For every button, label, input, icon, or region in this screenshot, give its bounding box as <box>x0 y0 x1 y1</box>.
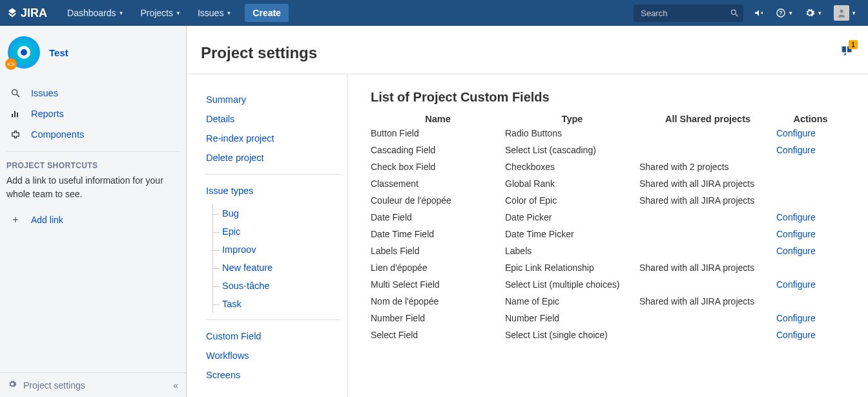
sidebar-item-label: Components <box>31 129 84 140</box>
nav-dashboards-label: Dashboards <box>67 8 116 18</box>
col-shared: All Shared projects <box>639 114 776 125</box>
issue-types-tree: BugEpicImproovNew featureSous-tâcheTask <box>212 204 340 313</box>
configure-link[interactable]: Configure <box>776 212 816 222</box>
collapse-sidebar-icon[interactable]: « <box>173 380 178 391</box>
create-button[interactable]: Create <box>245 4 289 22</box>
field-name: Classement <box>371 175 505 192</box>
col-actions: Actions <box>776 114 845 125</box>
field-name: Check box Field <box>371 158 505 175</box>
configure-link[interactable]: Configure <box>776 128 816 138</box>
settings-workflows[interactable]: Workflows <box>206 346 340 365</box>
settings-issue-types[interactable]: Issue types <box>206 181 340 200</box>
field-type: Epic Link Relationship <box>505 259 639 276</box>
issue-type-item[interactable]: Sous-tâche <box>213 277 340 295</box>
svg-line-1 <box>736 14 738 16</box>
field-type: Radio Buttons <box>505 125 639 142</box>
settings-summary[interactable]: Summary <box>206 90 340 109</box>
svg-point-5 <box>12 90 17 95</box>
project-type-badge: <> <box>5 58 17 70</box>
notification-badge: 1 <box>849 40 858 49</box>
field-type: Select List (cascading) <box>505 142 639 158</box>
configure-link[interactable]: Configure <box>776 330 816 340</box>
issue-type-item[interactable]: Epic <box>213 222 340 241</box>
field-type: Select List (single choice) <box>505 327 639 343</box>
settings-nav: Summary Details Re-index project Delete … <box>187 74 347 397</box>
settings-screens[interactable]: Screens <box>206 365 340 385</box>
sidebar-item-label: Issues <box>31 88 58 98</box>
field-type: Global Rank <box>505 175 639 192</box>
field-type: Select List (multiple choices) <box>505 276 639 293</box>
table-row: Labels FieldLabelsConfigure <box>371 242 845 259</box>
user-avatar[interactable]: ▼ <box>834 5 856 21</box>
custom-fields-table: Name Type All Shared projects Actions Bu… <box>371 114 845 343</box>
field-action: Configure <box>776 142 845 158</box>
field-shared <box>639 209 776 226</box>
settings-delete[interactable]: Delete project <box>206 148 340 167</box>
project-settings-link[interactable]: Project settings <box>8 380 85 391</box>
field-shared: Shared with 2 projects <box>639 158 776 175</box>
issue-type-item[interactable]: Improov <box>213 241 340 259</box>
configure-link[interactable]: Configure <box>776 229 816 239</box>
table-row: Date Time FieldDate Time PickerConfigure <box>371 226 845 242</box>
issue-type-item[interactable]: Bug <box>213 204 340 222</box>
feedback-icon[interactable]: 1 <box>840 44 854 60</box>
col-name: Name <box>371 114 505 125</box>
add-link-label: Add link <box>31 215 63 225</box>
issue-type-item[interactable]: Task <box>213 295 340 313</box>
configure-link[interactable]: Configure <box>776 145 816 155</box>
nav-projects[interactable]: Projects▼ <box>132 0 189 26</box>
search-input[interactable] <box>634 5 743 22</box>
field-action: Configure <box>776 310 845 327</box>
settings-custom-field[interactable]: Custom Field <box>206 327 340 346</box>
field-name: Number Field <box>371 310 505 327</box>
nav-projects-label: Projects <box>140 8 173 18</box>
configure-link[interactable]: Configure <box>776 246 816 256</box>
sidebar-item-components[interactable]: Components <box>6 124 180 145</box>
field-action: Configure <box>776 209 845 226</box>
settings-reindex[interactable]: Re-index project <box>206 129 340 148</box>
feedback-megaphone-icon[interactable] <box>754 8 764 18</box>
field-action <box>776 259 845 276</box>
page-title: Project settings <box>201 44 317 62</box>
settings-details[interactable]: Details <box>206 109 340 129</box>
nav-dashboards[interactable]: Dashboards▼ <box>59 0 132 26</box>
jira-logo[interactable]: JIRA <box>6 6 47 20</box>
configure-link[interactable]: Configure <box>776 313 816 323</box>
col-type: Type <box>505 114 639 125</box>
field-action: Configure <box>776 125 845 142</box>
top-nav: JIRA Dashboards▼ Projects▼ Issues▼ Creat… <box>0 0 868 26</box>
field-name: Select Field <box>371 327 505 343</box>
configure-link[interactable]: Configure <box>776 279 816 290</box>
nav-issues-label: Issues <box>198 8 223 18</box>
field-shared: Shared with all JIRA projects <box>639 175 776 192</box>
caret-down-icon: ▼ <box>176 10 181 16</box>
field-name: Button Field <box>371 125 505 142</box>
project-header[interactable]: <> Test <box>6 36 180 69</box>
field-name: Couleur de l'épopée <box>371 192 505 209</box>
nav-links: Dashboards▼ Projects▼ Issues▼ Create <box>59 0 289 26</box>
table-row: Lien d'épopéeEpic Link RelationshipShare… <box>371 259 845 276</box>
project-sidebar: <> Test Issues Reports Components PROJEC… <box>0 26 187 397</box>
field-action: Configure <box>776 242 845 259</box>
issue-type-item[interactable]: New feature <box>213 259 340 277</box>
field-name: Nom de l'épopée <box>371 293 505 310</box>
field-shared <box>639 242 776 259</box>
help-icon[interactable]: ? ▼ <box>776 8 793 18</box>
add-link-button[interactable]: + Add link <box>6 211 180 228</box>
sidebar-item-reports[interactable]: Reports <box>6 103 180 124</box>
nav-issues[interactable]: Issues▼ <box>189 0 240 26</box>
field-type: Checkboxes <box>505 158 639 175</box>
search-icon[interactable] <box>730 8 739 19</box>
svg-rect-7 <box>12 114 13 117</box>
bar-chart-icon <box>9 109 22 119</box>
settings-gear-icon[interactable]: ▼ <box>805 8 822 18</box>
field-action: Configure <box>776 327 845 343</box>
svg-point-4 <box>840 10 843 13</box>
sidebar-item-issues[interactable]: Issues <box>6 83 180 103</box>
field-type: Number Field <box>505 310 639 327</box>
field-name: Date Time Field <box>371 226 505 242</box>
search-icon <box>9 88 22 98</box>
table-row: Date FieldDate PickerConfigure <box>371 209 845 226</box>
field-type: Name of Epic <box>505 293 639 310</box>
create-button-label: Create <box>253 8 281 18</box>
